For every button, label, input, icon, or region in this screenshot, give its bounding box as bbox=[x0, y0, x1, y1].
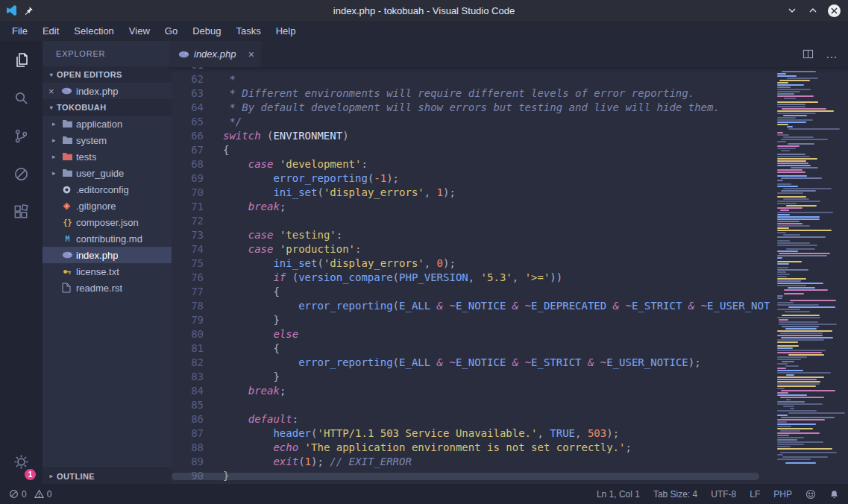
code-line-72[interactable]: 72 bbox=[172, 214, 770, 228]
open-editors-header[interactable]: ▾ OPEN EDITORS bbox=[43, 66, 172, 83]
code-line-78[interactable]: 78 error_reporting(E_ALL & ~E_NOTICE & ~… bbox=[172, 299, 770, 313]
project-section-header[interactable]: ▾ TOKOBUAH bbox=[43, 99, 172, 116]
code-line-81[interactable]: 81 { bbox=[172, 341, 770, 356]
status-php[interactable]: PHP bbox=[773, 489, 792, 500]
minimap-line bbox=[782, 456, 827, 458]
tree-item-editorconfig[interactable]: .editorconfig bbox=[43, 181, 172, 198]
project-section-label: TOKOBUAH bbox=[57, 103, 107, 112]
minimap-line bbox=[777, 124, 788, 125]
tree-item-system[interactable]: ▸system bbox=[43, 132, 172, 148]
code-line-73[interactable]: 73 case 'testing': bbox=[172, 228, 770, 242]
more-actions-icon[interactable]: … bbox=[826, 51, 838, 58]
code-line-70[interactable]: 70 ini_set('display_errors', 1); bbox=[172, 186, 770, 200]
line-number: 64 bbox=[172, 101, 204, 115]
close-editor-icon[interactable]: × bbox=[48, 86, 57, 97]
code-line-66[interactable]: 66switch (ENVIRONMENT) bbox=[172, 129, 770, 143]
minimap-line bbox=[777, 385, 816, 387]
code-text: { bbox=[204, 285, 280, 299]
minimap-line bbox=[777, 439, 797, 441]
code-text: * Different environments will require di… bbox=[204, 86, 694, 101]
pin-icon[interactable] bbox=[24, 6, 34, 16]
minimap-line bbox=[777, 163, 808, 164]
close-button[interactable] bbox=[828, 4, 841, 17]
line-number: 72 bbox=[172, 214, 204, 228]
code-line-74[interactable]: 74 case 'production': bbox=[172, 242, 770, 256]
circle-slash-icon[interactable] bbox=[0, 155, 43, 193]
code-text: ini_set('display_errors', 1); bbox=[204, 186, 456, 200]
code-line-65[interactable]: 65 */ bbox=[172, 115, 770, 129]
explorer-icon[interactable] bbox=[0, 41, 43, 79]
code-area[interactable]: 61 *------------------------------------… bbox=[172, 67, 770, 484]
minimap-line bbox=[777, 201, 820, 202]
menu-item-edit[interactable]: Edit bbox=[35, 21, 66, 41]
menu-item-go[interactable]: Go bbox=[157, 21, 185, 41]
file-icon bbox=[62, 283, 76, 293]
horizontal-scrollbar[interactable] bbox=[172, 473, 759, 480]
minimap-line bbox=[788, 128, 840, 130]
minimap-line bbox=[788, 306, 835, 308]
code-line-80[interactable]: 80 else bbox=[172, 327, 770, 341]
split-editor-icon[interactable] bbox=[803, 48, 814, 60]
code-line-71[interactable]: 71 break; bbox=[172, 200, 770, 214]
tree-item-contributing-md[interactable]: Mcontributing.md bbox=[43, 230, 172, 247]
status-ln-1-col-1[interactable]: Ln 1, Col 1 bbox=[597, 489, 640, 500]
menu-item-tasks[interactable]: Tasks bbox=[228, 21, 268, 41]
code-line-77[interactable]: 77 { bbox=[172, 285, 770, 299]
menu-item-selection[interactable]: Selection bbox=[66, 21, 121, 41]
tree-item-tests[interactable]: ▸tests bbox=[43, 148, 172, 165]
code-line-67[interactable]: 67{ bbox=[172, 143, 770, 157]
code-line-76[interactable]: 76 if (version_compare(PHP_VERSION, '5.3… bbox=[172, 271, 770, 285]
notifications-bell-icon[interactable] bbox=[829, 489, 839, 500]
minimap-line bbox=[777, 394, 807, 396]
code-line-82[interactable]: 82 error_reporting(E_ALL & ~E_NOTICE & ~… bbox=[172, 356, 770, 370]
open-editor-item[interactable]: × index.php bbox=[43, 83, 172, 99]
maximize-button[interactable] bbox=[807, 4, 819, 16]
menu-item-help[interactable]: Help bbox=[268, 21, 304, 41]
code-line-69[interactable]: 69 error_reporting(-1); bbox=[172, 171, 770, 186]
settings-gear-icon[interactable]: 1 bbox=[0, 443, 43, 481]
tab-index-php[interactable]: index.php × bbox=[172, 41, 261, 67]
extensions-icon[interactable] bbox=[0, 193, 43, 231]
code-line-62[interactable]: 62 * bbox=[172, 72, 770, 86]
code-line-85[interactable]: 85 bbox=[172, 398, 770, 412]
chevron-right-icon: ▸ bbox=[52, 153, 62, 160]
status-utf-8[interactable]: UTF-8 bbox=[711, 489, 736, 500]
minimap-line bbox=[777, 448, 832, 450]
code-line-89[interactable]: 89 exit(1); // EXIT_ERROR bbox=[172, 455, 770, 469]
tree-item-user_guide[interactable]: ▸user_guide bbox=[43, 165, 172, 181]
menu-item-file[interactable]: File bbox=[4, 21, 35, 41]
menu-item-debug[interactable]: Debug bbox=[185, 21, 228, 41]
minimap[interactable] bbox=[770, 67, 848, 484]
code-text: switch (ENVIRONMENT) bbox=[204, 129, 349, 143]
code-line-79[interactable]: 79 } bbox=[172, 313, 770, 327]
tree-item-application[interactable]: ▸application bbox=[43, 116, 172, 132]
code-line-61[interactable]: 61 *------------------------------------… bbox=[172, 67, 770, 72]
tree-item-readme-rst[interactable]: readme.rst bbox=[43, 280, 172, 296]
menu-item-view[interactable]: View bbox=[122, 21, 157, 41]
search-icon[interactable] bbox=[0, 79, 43, 117]
tree-item-index-php[interactable]: index.php bbox=[43, 247, 172, 263]
code-line-68[interactable]: 68 case 'development': bbox=[172, 157, 770, 171]
outline-header[interactable]: ▸ OUTLINE bbox=[43, 467, 172, 484]
tree-item-composer-json[interactable]: {}composer.json bbox=[43, 214, 172, 230]
status-tab-size-4[interactable]: Tab Size: 4 bbox=[653, 489, 697, 500]
source-control-icon[interactable] bbox=[0, 117, 43, 155]
feedback-smiley-icon[interactable] bbox=[805, 489, 816, 500]
code-text: case 'production': bbox=[204, 242, 361, 256]
tab-close-icon[interactable]: × bbox=[248, 48, 254, 60]
tree-item-license-txt[interactable]: license.txt bbox=[43, 263, 172, 280]
code-line-88[interactable]: 88 echo 'The application environment is … bbox=[172, 441, 770, 455]
code-line-83[interactable]: 83 } bbox=[172, 370, 770, 384]
code-line-64[interactable]: 64 * By default development will show er… bbox=[172, 101, 770, 115]
minimize-button[interactable] bbox=[786, 4, 798, 16]
code-line-86[interactable]: 86 default: bbox=[172, 412, 770, 426]
code-line-63[interactable]: 63 * Different environments will require… bbox=[172, 86, 770, 101]
status-lf[interactable]: LF bbox=[750, 489, 760, 500]
code-line-75[interactable]: 75 ini_set('display_errors', 0); bbox=[172, 256, 770, 271]
code-line-84[interactable]: 84 break; bbox=[172, 384, 770, 398]
problems-indicator[interactable]: 0 0 bbox=[9, 489, 51, 500]
code-line-87[interactable]: 87 header('HTTP/1.1 503 Service Unavaila… bbox=[172, 426, 770, 441]
minimap-line bbox=[777, 89, 811, 90]
tree-item-gitignore[interactable]: .gitignore bbox=[43, 198, 172, 214]
minimap-line bbox=[777, 84, 804, 86]
